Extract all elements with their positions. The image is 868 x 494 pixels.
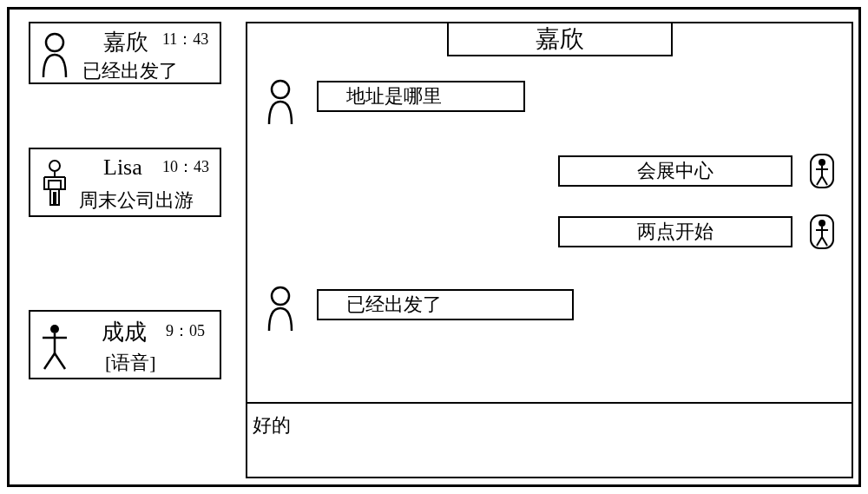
conversation-item[interactable]: 成成 9：05 [语音] xyxy=(29,310,221,379)
conversation-name: 成成 xyxy=(102,317,147,347)
svg-line-12 xyxy=(817,176,822,185)
person-icon xyxy=(37,30,72,79)
svg-point-9 xyxy=(819,159,825,166)
message-bubble-outgoing[interactable]: 会展中心 xyxy=(558,155,792,187)
app-frame: 嘉欣 11：43 已经出发了 Lisa 10：43 周末公司出游 成成 9：05… xyxy=(7,7,861,487)
person-icon xyxy=(263,77,298,126)
svg-line-6 xyxy=(55,353,65,369)
input-divider xyxy=(247,402,852,404)
svg-line-18 xyxy=(817,237,822,246)
conversation-preview: 已经出发了 xyxy=(82,58,178,84)
svg-line-19 xyxy=(822,237,827,246)
svg-line-13 xyxy=(822,176,827,185)
conversation-name: 嘉欣 xyxy=(103,27,148,57)
message-bubble-incoming[interactable]: 地址是哪里 xyxy=(317,81,525,112)
svg-point-2 xyxy=(50,325,59,333)
chat-title: 嘉欣 xyxy=(447,22,673,56)
conversation-time: 10：43 xyxy=(162,156,209,177)
message-bubble-outgoing[interactable]: 两点开始 xyxy=(558,216,792,247)
stick-person-icon xyxy=(37,322,72,371)
me-avatar-icon xyxy=(810,154,834,188)
svg-point-0 xyxy=(46,34,63,51)
svg-line-5 xyxy=(44,353,55,369)
svg-point-20 xyxy=(272,287,289,305)
me-avatar-icon xyxy=(810,214,834,249)
conversation-item[interactable]: Lisa 10：43 周末公司出游 xyxy=(29,148,221,217)
message-bubble-incoming[interactable]: 已经出发了 xyxy=(317,289,574,320)
conversation-preview: 周末公司出游 xyxy=(79,188,194,214)
svg-point-15 xyxy=(819,220,825,227)
conversation-time: 11：43 xyxy=(162,29,208,49)
conversation-time: 9：05 xyxy=(166,320,205,341)
message-input[interactable]: 好的 xyxy=(253,412,291,438)
svg-point-1 xyxy=(49,161,60,171)
chat-panel: 嘉欣 地址是哪里 会展中心 两点开始 xyxy=(246,22,853,478)
outline-person-icon xyxy=(37,158,72,207)
conversation-preview: [语音] xyxy=(105,350,156,376)
conversation-name: Lisa xyxy=(103,155,142,181)
person-icon xyxy=(263,284,298,333)
svg-point-7 xyxy=(272,81,289,98)
conversation-item[interactable]: 嘉欣 11：43 已经出发了 xyxy=(29,22,221,84)
